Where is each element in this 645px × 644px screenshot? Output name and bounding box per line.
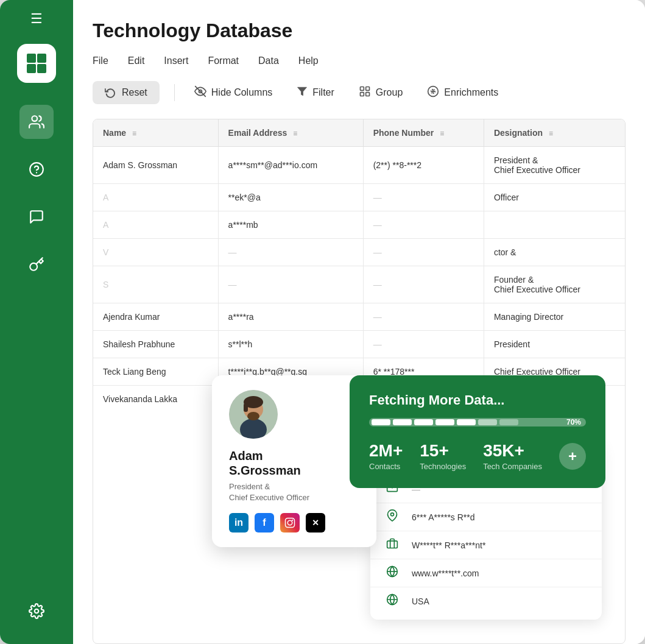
cell-phone: — <box>363 211 484 239</box>
group-button[interactable]: Group <box>354 83 407 103</box>
progress-bar: 70% <box>369 418 586 426</box>
svg-point-7 <box>35 609 39 614</box>
profile-designation: President &Chief Executive Officer <box>229 481 359 503</box>
cell-phone: — <box>363 239 484 266</box>
main-content: Technology Database File Edit Insert For… <box>73 0 645 644</box>
avatar <box>229 390 278 439</box>
toolbar-separator <box>174 84 175 101</box>
detail-row-company: W****t** R***a***nt* <box>370 531 602 559</box>
fetching-card: Fetching More Data... 70% 2 <box>350 375 605 488</box>
menu-edit[interactable]: Edit <box>128 53 145 69</box>
detail-row-website: www.w****t**.com <box>370 559 602 587</box>
col-menu-icon-name[interactable]: ≡ <box>132 129 136 138</box>
svg-rect-0 <box>27 54 36 63</box>
svg-rect-29 <box>387 541 398 548</box>
plus-button[interactable]: + <box>559 443 586 470</box>
enrichments-icon <box>427 85 439 101</box>
cell-email: a****mb <box>218 211 363 239</box>
cell-name: Adam S. Grossman <box>93 147 218 184</box>
stat-contacts: 2M+ Contacts <box>369 441 403 471</box>
reset-icon <box>105 87 116 98</box>
sidebar-item-settings[interactable] <box>19 594 54 628</box>
svg-rect-11 <box>360 87 364 90</box>
menu-data[interactable]: Data <box>258 53 279 69</box>
enrichments-button[interactable]: Enrichments <box>422 83 503 103</box>
cell-email: s**l**h <box>218 331 363 358</box>
linkedin-icon[interactable]: in <box>229 513 248 533</box>
table-row[interactable]: Ajendra Kumar a****ra — Managing Directo… <box>93 303 625 331</box>
cell-email: a****sm**@ad***io.com <box>218 147 363 184</box>
table-row[interactable]: S — — Founder &Chief Executive Officer <box>93 266 625 303</box>
cell-name: A <box>93 184 218 211</box>
profile-name: AdamS.Grossman <box>229 448 359 478</box>
cell-designation: Managing Director <box>484 303 625 331</box>
cell-name: Shailesh Prabhune <box>93 331 218 358</box>
app-container: ☰ <box>0 0 645 644</box>
svg-point-4 <box>32 116 37 121</box>
col-menu-icon-designation[interactable]: ≡ <box>549 129 553 138</box>
twitter-x-icon[interactable]: ✕ <box>306 513 325 533</box>
svg-point-28 <box>391 513 394 516</box>
address-detail-icon <box>382 509 402 525</box>
sidebar-item-messages[interactable] <box>19 200 54 234</box>
svg-rect-12 <box>366 87 370 90</box>
page-title: Technology Database <box>93 19 626 42</box>
hide-columns-button[interactable]: Hide Columns <box>189 83 277 103</box>
data-table: Name ≡ Email Address ≡ Phone Number ≡ <box>93 119 625 412</box>
sidebar-item-help[interactable] <box>19 152 54 186</box>
cell-phone: — <box>363 331 484 358</box>
detail-row-country: USA <box>370 587 602 615</box>
table-row[interactable]: Shailesh Prabhune s**l**h — President <box>93 331 625 358</box>
svg-line-9 <box>195 86 205 96</box>
svg-marker-10 <box>298 87 307 96</box>
cell-name: Vivekananda Lakka <box>93 386 218 413</box>
fetching-title: Fetching More Data... <box>369 392 586 408</box>
col-menu-icon-phone[interactable]: ≡ <box>440 129 444 138</box>
stat-technologies: 15+ Technologies <box>420 441 466 471</box>
cell-designation: President <box>484 331 625 358</box>
table-header-row: Name ≡ Email Address ≡ Phone Number ≡ <box>93 119 625 147</box>
col-menu-icon-email[interactable]: ≡ <box>293 129 297 138</box>
svg-rect-1 <box>37 54 46 63</box>
reset-button[interactable]: Reset <box>93 81 160 104</box>
cell-name: Teck Liang Beng <box>93 358 218 386</box>
svg-rect-2 <box>27 64 36 73</box>
cell-designation: ctor & <box>484 239 625 266</box>
cell-phone: — <box>363 303 484 331</box>
table-row[interactable]: A a****mb — <box>93 211 625 239</box>
cell-phone: — <box>363 184 484 211</box>
table-row[interactable]: V — — ctor & <box>93 239 625 266</box>
filter-icon <box>297 86 308 100</box>
cell-phone: (2**) **8-***2 <box>363 147 484 184</box>
cell-name: Ajendra Kumar <box>93 303 218 331</box>
filter-button[interactable]: Filter <box>292 83 339 102</box>
menu-format[interactable]: Format <box>208 53 239 69</box>
menu-insert[interactable]: Insert <box>164 53 188 69</box>
cell-email: — <box>218 239 363 266</box>
toolbar: Reset Hide Columns <box>93 81 626 104</box>
company-detail-icon <box>382 537 402 553</box>
menu-bar: File Edit Insert Format Data Help <box>93 53 626 69</box>
svg-rect-25 <box>286 518 295 528</box>
svg-point-27 <box>292 520 293 521</box>
table-row[interactable]: A **ek*@a — Officer <box>93 184 625 211</box>
menu-file[interactable]: File <box>93 53 108 69</box>
table-row[interactable]: Adam S. Grossman a****sm**@ad***io.com (… <box>93 147 625 184</box>
website-detail-icon <box>382 565 402 581</box>
cell-designation: President &Chief Executive Officer <box>484 147 625 184</box>
col-header-designation: Designation ≡ <box>484 119 625 147</box>
sidebar-item-contacts[interactable] <box>19 105 54 139</box>
instagram-icon[interactable] <box>280 513 300 533</box>
svg-rect-14 <box>366 92 370 96</box>
cell-email: **ek*@a <box>218 184 363 211</box>
stat-tech-companies: 35K+ Tech Companies <box>483 441 542 471</box>
menu-help[interactable]: Help <box>298 53 319 69</box>
hide-columns-icon <box>194 85 206 101</box>
sidebar-item-credentials[interactable] <box>19 247 54 281</box>
facebook-icon[interactable]: f <box>255 513 274 533</box>
svg-point-26 <box>287 521 292 526</box>
detail-row-address: 6*** A*****s R**d <box>370 503 602 531</box>
app-icon <box>17 44 56 83</box>
menu-icon[interactable]: ☰ <box>30 12 43 26</box>
table-wrapper: Name ≡ Email Address ≡ Phone Number ≡ <box>93 119 626 644</box>
